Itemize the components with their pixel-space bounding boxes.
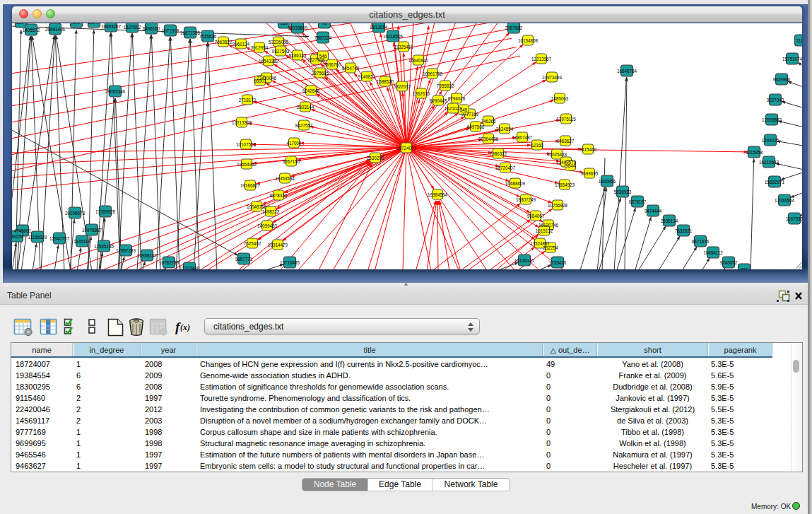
svg-text:109: 109 <box>73 23 81 25</box>
svg-text:9474444: 9474444 <box>645 209 662 214</box>
svg-text:17957283: 17957283 <box>116 248 136 253</box>
svg-text:1145119: 1145119 <box>73 239 90 244</box>
svg-text:9245052: 9245052 <box>720 260 738 265</box>
svg-text:8471676: 8471676 <box>692 239 710 244</box>
svg-text:10958107: 10958107 <box>137 253 158 258</box>
svg-text:8186323: 8186323 <box>289 53 307 58</box>
svg-text:10688609: 10688609 <box>505 181 526 186</box>
svg-text:98901: 98901 <box>254 78 266 83</box>
svg-text:12323448: 12323448 <box>180 266 200 270</box>
svg-text:7857224: 7857224 <box>314 35 332 40</box>
svg-text:9777169: 9777169 <box>461 112 479 117</box>
svg-text:1640956: 1640956 <box>599 179 616 184</box>
svg-text:8878334: 8878334 <box>270 193 288 198</box>
svg-text:(x): (x) <box>180 322 190 332</box>
svg-text:2087682: 2087682 <box>505 25 523 30</box>
svg-text:19654952: 19654952 <box>237 162 257 167</box>
svg-text:1588520: 1588520 <box>377 79 394 84</box>
svg-text:12093882: 12093882 <box>762 117 782 122</box>
svg-text:19166827: 19166827 <box>240 183 261 188</box>
svg-text:13716485: 13716485 <box>280 260 300 265</box>
svg-text:8427552: 8427552 <box>295 123 313 128</box>
svg-text:6379197: 6379197 <box>629 199 647 204</box>
svg-text:7625402: 7625402 <box>244 241 261 246</box>
svg-text:12975115: 12975115 <box>556 117 576 122</box>
svg-text:1362615: 1362615 <box>413 91 430 96</box>
svg-text:16640910: 16640910 <box>408 58 429 63</box>
svg-text:16154808: 16154808 <box>518 38 539 43</box>
svg-text:9146821: 9146821 <box>358 74 376 79</box>
svg-text:6497568: 6497568 <box>467 124 485 129</box>
svg-text:20206578: 20206578 <box>65 211 86 216</box>
svg-text:7955812: 7955812 <box>437 83 454 88</box>
svg-text:10975867: 10975867 <box>82 228 102 233</box>
svg-text:12213303: 12213303 <box>232 120 252 125</box>
svg-text:10977: 10977 <box>88 23 100 25</box>
svg-text:6466160: 6466160 <box>143 26 160 31</box>
svg-text:7632621: 7632621 <box>675 228 693 233</box>
svg-text:16120746: 16120746 <box>539 223 559 228</box>
svg-text:11353594: 11353594 <box>275 176 295 181</box>
svg-text:78: 78 <box>322 23 327 25</box>
svg-text:16914479: 16914479 <box>268 243 288 247</box>
svg-text:20691406: 20691406 <box>45 27 66 32</box>
svg-text:3624554: 3624554 <box>496 127 514 132</box>
svg-text:17654923: 17654923 <box>555 182 575 187</box>
svg-text:16961758: 16961758 <box>423 71 443 76</box>
svg-text:345: 345 <box>460 107 468 112</box>
svg-text:16671355: 16671355 <box>180 30 201 35</box>
svg-text:8960124: 8960124 <box>233 42 250 47</box>
svg-text:15751074: 15751074 <box>782 57 802 62</box>
svg-text:1167535: 1167535 <box>786 216 802 221</box>
svg-text:18724007: 18724007 <box>396 146 417 151</box>
svg-text:17359928: 17359928 <box>95 209 116 214</box>
svg-text:10107552: 10107552 <box>236 142 257 147</box>
svg-text:7485063: 7485063 <box>551 96 569 101</box>
svg-text:3912954: 3912954 <box>251 45 269 50</box>
svg-text:39159: 39159 <box>12 234 23 239</box>
svg-text:10654112: 10654112 <box>703 250 723 255</box>
svg-text:1498222: 1498222 <box>262 209 280 214</box>
svg-text:252254: 252254 <box>543 245 558 250</box>
svg-text:8454749: 8454749 <box>342 66 360 71</box>
svg-text:2803144: 2803144 <box>297 105 314 110</box>
svg-text:9699695: 9699695 <box>581 171 599 176</box>
svg-text:4745001: 4745001 <box>14 228 32 233</box>
svg-text:746266: 746266 <box>481 119 496 124</box>
svg-text:1112: 1112 <box>796 38 802 43</box>
svg-text:1071918: 1071918 <box>162 28 180 33</box>
svg-text:29053346: 29053346 <box>105 89 126 94</box>
svg-text:16782759: 16782759 <box>159 260 180 265</box>
svg-text:5938923: 5938923 <box>614 189 632 194</box>
svg-text:16033809: 16033809 <box>288 25 308 30</box>
svg-text:9463627: 9463627 <box>557 139 575 144</box>
svg-text:1733426: 1733426 <box>549 260 567 265</box>
svg-text:9084067: 9084067 <box>527 214 545 218</box>
svg-text:2935134: 2935134 <box>661 218 678 223</box>
svg-text:9327503: 9327503 <box>272 49 290 54</box>
svg-text:2718170: 2718170 <box>239 98 257 103</box>
svg-text:12213967: 12213967 <box>531 57 552 62</box>
svg-text:3267150: 3267150 <box>283 159 300 164</box>
svg-text:9844: 9844 <box>565 163 576 168</box>
svg-text:14099483: 14099483 <box>257 223 278 228</box>
svg-text:924: 924 <box>741 267 748 270</box>
svg-text:15692971: 15692971 <box>765 180 785 185</box>
svg-text:10046766: 10046766 <box>247 204 267 209</box>
svg-text:3875685: 3875685 <box>312 71 329 76</box>
svg-text:9115460: 9115460 <box>579 147 597 152</box>
svg-text:7515526: 7515526 <box>199 34 217 39</box>
svg-text:8813054: 8813054 <box>370 25 388 30</box>
svg-text:10756928: 10756928 <box>548 203 568 208</box>
svg-text:14136141: 14136141 <box>514 258 535 263</box>
svg-text:9329966: 9329966 <box>773 77 791 82</box>
svg-text:9242848: 9242848 <box>302 88 320 93</box>
svg-text:2530203: 2530203 <box>367 156 384 160</box>
svg-text:6794028: 6794028 <box>448 96 466 101</box>
svg-text:7663822: 7663822 <box>215 40 233 45</box>
svg-text:19384554: 19384554 <box>428 192 448 197</box>
svg-text:10653267: 10653267 <box>101 24 122 29</box>
svg-text:8904: 8904 <box>16 23 27 25</box>
svg-text:16210643: 16210643 <box>759 160 779 165</box>
svg-text:19218506: 19218506 <box>383 34 404 39</box>
